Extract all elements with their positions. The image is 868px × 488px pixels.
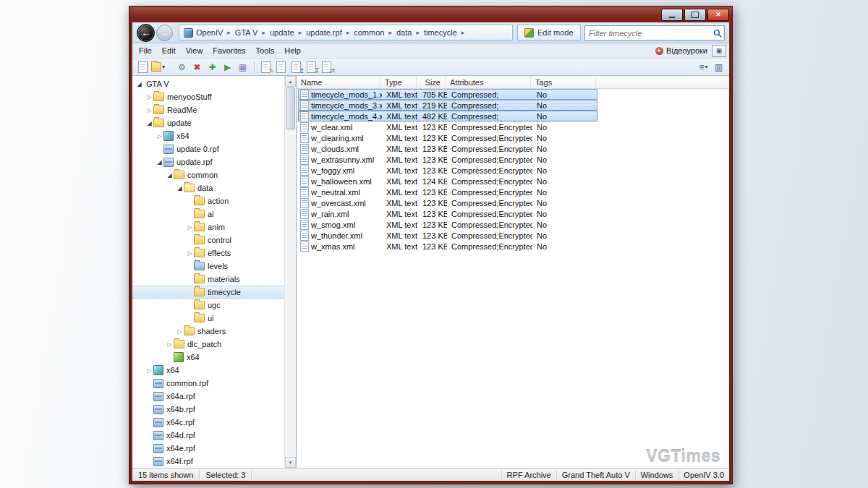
title-bar[interactable]: ✕	[129, 7, 732, 22]
tree-item-update-0-rpf[interactable]: update 0.rpf	[132, 142, 284, 155]
add-file-icon[interactable]: ✚	[205, 60, 219, 74]
file-row-timecycle-mods-3-xml[interactable]: timecycle_mods_3.xmlXML text219 KBCompre…	[298, 100, 597, 111]
tree-item-x64c-rpf[interactable]: x64c.rpf	[132, 416, 284, 429]
settings-icon[interactable]: ⚙	[175, 60, 189, 74]
column-header-size[interactable]: Size	[417, 76, 446, 88]
panel-toggle-button[interactable]: ▣	[712, 45, 726, 57]
tree-item-action[interactable]: action	[132, 194, 284, 207]
tree-item-timecycle[interactable]: timecycle	[132, 286, 284, 299]
tree-expanded-arrow-icon[interactable]: ◢	[176, 185, 184, 192]
run-icon[interactable]: ▶	[221, 60, 234, 74]
tree-expanded-arrow-icon[interactable]: ◢	[135, 81, 143, 87]
column-header-name[interactable]: Name	[297, 76, 380, 88]
video-tutorials-link[interactable]: Відеоуроки	[655, 46, 707, 55]
tree-item-menyoostuff[interactable]: ▷menyooStuff	[132, 90, 284, 103]
file-row-w-rain-xml[interactable]: w_rain.xmlXML text123 KBCompressed;Encry…	[298, 208, 597, 219]
tree-item-data[interactable]: ◢data	[132, 181, 284, 194]
tree-collapsed-arrow-icon[interactable]: ▷	[145, 107, 153, 114]
scrollbar-thumb[interactable]	[286, 87, 295, 129]
tree-collapsed-arrow-icon[interactable]: ▷	[176, 328, 184, 335]
forward-button[interactable]: →	[156, 25, 173, 41]
copy-file-icon[interactable]: ⇄	[320, 60, 333, 74]
tree-item-update[interactable]: ◢update	[132, 116, 284, 129]
filter-input[interactable]	[585, 29, 712, 38]
tree-expanded-arrow-icon[interactable]: ◢	[156, 159, 163, 166]
menu-view[interactable]: View	[181, 45, 208, 56]
tree-item-ai[interactable]: ai	[132, 207, 284, 221]
tree-collapsed-arrow-icon[interactable]: ▷	[156, 133, 163, 140]
menu-favorites[interactable]: Favorites	[208, 45, 250, 56]
tree-item-effects[interactable]: ▷effects	[132, 247, 284, 260]
file-row-timecycle-mods-1-xml[interactable]: timecycle_mods_1.xmlXML text705 KBCompre…	[298, 89, 597, 100]
column-header-attributes[interactable]: Attributes	[446, 76, 531, 88]
tree-scrollbar[interactable]: ▴ ▾	[284, 76, 296, 468]
tree-item-x64e-rpf[interactable]: x64e.rpf	[132, 442, 284, 455]
new-file-icon[interactable]	[136, 60, 150, 74]
tree-item-x64[interactable]: x64	[132, 351, 284, 364]
minimize-button[interactable]	[661, 9, 683, 21]
file-row-w-clear-xml[interactable]: w_clear.xmlXML text123 KBCompressed;Encr…	[298, 121, 597, 132]
file-row-w-foggy-xml[interactable]: w_foggy.xmlXML text123 KBCompressed;Encr…	[298, 165, 597, 176]
tree-item-dlc-patch[interactable]: ▷dlc_patch	[132, 338, 284, 351]
tree-item-common[interactable]: ◢common	[132, 168, 284, 181]
close-archive-icon[interactable]: ✖	[190, 60, 204, 74]
file-row-w-smog-xml[interactable]: w_smog.xmlXML text123 KBCompressed;Encry…	[298, 219, 597, 230]
close-button[interactable]: ✕	[707, 9, 729, 21]
file-row-w-halloween-xml[interactable]: w_halloween.xmlXML text124 KBCompressed;…	[298, 176, 597, 187]
view-mode-icon[interactable]: ≡▾	[697, 60, 710, 74]
tree-item-x64f-rpf[interactable]: x64f.rpf	[132, 455, 284, 468]
breadcrumb-item-timecycle[interactable]: timecycle	[420, 25, 461, 40]
tree-item-ugc[interactable]: ugc	[132, 299, 284, 312]
scrollbar-down-button[interactable]: ▾	[285, 457, 296, 468]
breadcrumb-item-openiv[interactable]: OpenIV	[179, 25, 227, 40]
import-file-icon[interactable]: ↧	[305, 60, 318, 74]
file-row-w-thunder-xml[interactable]: w_thunder.xmlXML text123 KBCompressed;En…	[298, 230, 597, 241]
breadcrumb-item-update-rpf[interactable]: update.rpf	[302, 25, 346, 40]
file-row-w-clouds-xml[interactable]: w_clouds.xmlXML text123 KBCompressed;Enc…	[298, 143, 597, 154]
menu-tools[interactable]: Tools	[251, 45, 280, 56]
file-row-w-neutral-xml[interactable]: w_neutral.xmlXML text123 KBCompressed;En…	[298, 187, 597, 197]
tree-item-gta-v[interactable]: ◢GTA V	[132, 77, 284, 90]
tree-expanded-arrow-icon[interactable]: ◢	[145, 120, 153, 127]
tree-expanded-arrow-icon[interactable]: ◢	[166, 172, 174, 179]
columns-icon[interactable]: ▥	[712, 60, 726, 74]
tree-item-readme[interactable]: ▷ReadMe	[132, 103, 284, 116]
menu-help[interactable]: Help	[279, 45, 306, 56]
column-header-tags[interactable]: Tags	[531, 76, 596, 88]
file-row-w-xmas-xml[interactable]: w_xmas.xmlXML text123 KBCompressed;Encry…	[298, 241, 597, 252]
view-file-icon[interactable]	[274, 60, 288, 74]
tree-item-materials[interactable]: materials	[132, 273, 284, 286]
tree-item-shaders[interactable]: ▷shaders	[132, 325, 284, 338]
breadcrumb-item-data[interactable]: data	[392, 25, 416, 40]
column-header-type[interactable]: Type	[380, 76, 417, 88]
menu-edit[interactable]: Edit	[157, 45, 181, 56]
edit-mode-button[interactable]: Edit mode	[517, 25, 581, 40]
package-icon[interactable]: ▦	[236, 60, 250, 74]
back-button[interactable]: ←	[137, 24, 155, 42]
tree-collapsed-arrow-icon[interactable]: ▷	[145, 367, 153, 374]
breadcrumb-item-gta-v[interactable]: GTA V	[231, 25, 263, 40]
tree-item-update-rpf[interactable]: ◢update.rpf	[132, 155, 284, 168]
tree-item-ui[interactable]: ui	[132, 312, 284, 325]
tree-item-x64b-rpf[interactable]: x64b.rpf	[132, 403, 284, 416]
tree-collapsed-arrow-icon[interactable]: ▷	[186, 224, 194, 231]
breadcrumb-item-common[interactable]: common	[349, 25, 388, 40]
tree-item-levels[interactable]: levels	[132, 260, 284, 273]
tree-item-anim[interactable]: ▷anim	[132, 221, 284, 234]
tree-item-common-rpf[interactable]: common.rpf	[132, 377, 284, 390]
tree-item-x64a-rpf[interactable]: x64a.rpf	[132, 390, 284, 403]
tree-collapsed-arrow-icon[interactable]: ▷	[186, 250, 194, 257]
file-row-timecycle-mods-4-xml[interactable]: timecycle_mods_4.xmlXML text482 KBCompre…	[298, 111, 597, 121]
tree-item-x64[interactable]: ▷x64	[132, 364, 284, 377]
file-row-w-clearing-xml[interactable]: w_clearing.xmlXML text123 KBCompressed;E…	[298, 132, 597, 143]
tree-item-x64[interactable]: ▷x64	[132, 129, 284, 142]
tree-collapsed-arrow-icon[interactable]: ▷	[166, 341, 174, 348]
tree-item-x64d-rpf[interactable]: x64d.rpf	[132, 429, 284, 442]
file-row-w-extrasunny-xml[interactable]: w_extrasunny.xmlXML text123 KBCompressed…	[298, 154, 597, 165]
edit-file-icon[interactable]: ✎	[259, 60, 273, 74]
maximize-button[interactable]	[684, 9, 706, 21]
menu-file[interactable]: File	[134, 45, 157, 56]
scrollbar-up-button[interactable]: ▴	[285, 76, 296, 87]
open-file-icon[interactable]: ▾	[151, 60, 165, 74]
export-file-icon[interactable]: ↥	[289, 60, 303, 74]
